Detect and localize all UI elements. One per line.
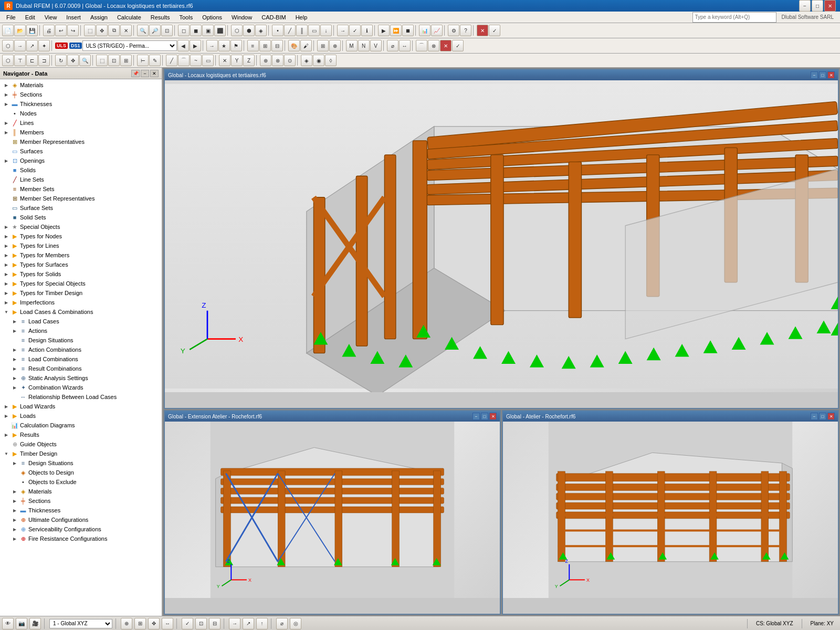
tree-item-load-combinations[interactable]: ▶≡Load Combinations xyxy=(0,354,162,364)
tree-toggle-openings[interactable]: ▶ xyxy=(2,156,10,165)
tb2-star[interactable]: ★ xyxy=(218,40,230,51)
tree-item-materials[interactable]: ▶◈Materials xyxy=(0,80,162,90)
vp-br-controls[interactable]: − □ ✕ xyxy=(811,413,835,420)
tree-item-thicknesses[interactable]: ▶▬Thicknesses xyxy=(0,99,162,109)
tb3-iso[interactable]: ⬡ xyxy=(2,55,14,66)
tree-item-td-design-situations[interactable]: ▶≡Design Situations xyxy=(0,458,162,468)
tb3-top[interactable]: ⊤ xyxy=(14,55,26,66)
tb-select[interactable]: ⬚ xyxy=(84,25,96,36)
tb-zoom-out[interactable]: 🔎 xyxy=(149,25,161,36)
tb2-arrow[interactable]: → xyxy=(206,40,218,51)
tb-accept[interactable]: ✓ xyxy=(489,25,500,36)
tree-toggle-types-surfaces[interactable]: ▶ xyxy=(2,260,10,269)
vp-bl-close[interactable]: ✕ xyxy=(489,413,497,420)
navigator-tree[interactable]: ▶◈Materials▶╪Sections▶▬Thicknesses •Node… xyxy=(0,79,162,616)
tb-move[interactable]: ✥ xyxy=(96,25,108,36)
tb-results2[interactable]: 📈 xyxy=(431,25,443,36)
tree-toggle-td-ultimate[interactable]: ▶ xyxy=(10,516,19,524)
tb2-m2[interactable]: N xyxy=(358,40,370,51)
tb2-scale1[interactable]: ≡ xyxy=(247,40,259,51)
tree-item-guide-objects[interactable]: ⊕Guide Objects xyxy=(0,439,162,449)
menu-cad-bim[interactable]: CAD-BIM xyxy=(257,13,290,22)
tb-render4[interactable]: ⬛ xyxy=(214,25,226,36)
tb-fit[interactable]: ⊡ xyxy=(161,25,173,36)
tree-item-static-analysis[interactable]: ▶⊕Static Analysis Settings xyxy=(0,373,162,383)
status-btn1[interactable]: ⊕ xyxy=(121,618,132,629)
tb-render2[interactable]: ◼ xyxy=(190,25,202,36)
tree-item-timber-design[interactable]: ▼▶Timber Design xyxy=(0,449,162,458)
tb3-snap1[interactable]: ⊕ xyxy=(260,55,271,66)
tree-toggle-types-members[interactable]: ▶ xyxy=(2,251,10,259)
tree-item-types-members[interactable]: ▶▶Types for Members xyxy=(0,250,162,260)
window-maximize-btn[interactable]: □ xyxy=(812,0,823,12)
status-camera[interactable]: 📷 xyxy=(16,618,27,629)
status-btn11[interactable]: ⌀ xyxy=(276,618,288,629)
tree-item-member-rep[interactable]: ⊞Member Representatives xyxy=(0,137,162,146)
tb3-select3[interactable]: ⊞ xyxy=(120,55,132,66)
tb3-y[interactable]: Y xyxy=(231,55,243,66)
tb2-btn2[interactable]: → xyxy=(14,40,26,51)
tb3-extra3[interactable]: ◊ xyxy=(325,55,337,66)
tree-item-actions[interactable]: ▶≡Actions xyxy=(0,326,162,335)
tb3-zoom[interactable]: 🔍 xyxy=(79,55,91,66)
menu-help[interactable]: Help xyxy=(291,13,312,22)
tree-toggle-types-nodes[interactable]: ▶ xyxy=(2,232,10,240)
tree-item-td-thicknesses[interactable]: ▶▬Thicknesses xyxy=(0,506,162,515)
tb3-rect[interactable]: ▭ xyxy=(202,55,214,66)
tree-toggle-types-solids[interactable]: ▶ xyxy=(2,270,10,278)
nav-pin-btn[interactable]: 📌 xyxy=(131,70,140,77)
tb-load[interactable]: ↓ xyxy=(320,25,332,36)
tree-toggle-types-timber[interactable]: ▶ xyxy=(2,289,10,297)
tb-results1[interactable]: 📊 xyxy=(419,25,430,36)
load-case-combo[interactable]: ULS (STR/GEO) - Perma... xyxy=(82,40,177,51)
tree-item-lines[interactable]: ▶╱Lines xyxy=(0,118,162,128)
menu-insert[interactable]: Insert xyxy=(62,13,85,22)
tree-item-line-sets[interactable]: ╱Line Sets xyxy=(0,175,162,184)
tree-item-solids[interactable]: ■Solids xyxy=(0,165,162,175)
coord-system-select[interactable]: 1 - Global XYZ xyxy=(49,619,112,628)
tree-toggle-load-cases[interactable]: ▶ xyxy=(10,317,19,326)
tree-toggle-actions[interactable]: ▶ xyxy=(10,327,19,335)
tree-toggle-types-special[interactable]: ▶ xyxy=(2,279,10,288)
window-close-btn[interactable]: ✕ xyxy=(824,0,836,12)
vp-br-maximize[interactable]: □ xyxy=(819,413,826,420)
menu-results[interactable]: Results xyxy=(146,13,174,22)
tb-calc2[interactable]: ⏩ xyxy=(390,25,402,36)
tree-toggle-imperfections[interactable]: ▶ xyxy=(2,298,10,307)
tb-undo[interactable]: ↩ xyxy=(55,25,67,36)
status-btn2[interactable]: ⊞ xyxy=(134,618,146,629)
tree-item-td-objects-exclude[interactable]: •Objects to Exclude xyxy=(0,477,162,487)
tb2-btn4[interactable]: ✦ xyxy=(38,40,50,51)
tb2-color2[interactable]: 🖌 xyxy=(300,40,312,51)
tb2-accept2[interactable]: ✓ xyxy=(452,40,464,51)
tb-copy[interactable]: ⧉ xyxy=(108,25,120,36)
tree-toggle-timber-design[interactable]: ▼ xyxy=(2,449,10,458)
tb3-extra2[interactable]: ◉ xyxy=(313,55,324,66)
tree-item-result-combinations[interactable]: ▶≡Result Combinations xyxy=(0,364,162,373)
tree-toggle-combination-wizards[interactable]: ▶ xyxy=(10,383,19,392)
tree-toggle-lines[interactable]: ▶ xyxy=(2,119,10,127)
tb2-btn1[interactable]: ⬡ xyxy=(2,40,14,51)
menu-tools[interactable]: Tools xyxy=(175,13,197,22)
tb3-snap3[interactable]: ⊙ xyxy=(284,55,296,66)
tb-member[interactable]: ║ xyxy=(296,25,308,36)
tb-info[interactable]: ℹ xyxy=(361,25,373,36)
tb3-x[interactable]: ✕ xyxy=(219,55,230,66)
status-video[interactable]: 🎥 xyxy=(29,618,41,629)
tb2-flag[interactable]: ⚑ xyxy=(230,40,242,51)
tree-item-design-situations[interactable]: ≡Design Situations xyxy=(0,335,162,345)
tb-delete[interactable]: ✕ xyxy=(120,25,132,36)
tb2-stress[interactable]: ⊗ xyxy=(428,40,439,51)
menu-options[interactable]: Options xyxy=(198,13,226,22)
tree-item-relationship-load[interactable]: ↔Relationship Between Load Cases xyxy=(0,392,162,402)
menu-assign[interactable]: Assign xyxy=(86,13,112,22)
tree-item-solid-sets[interactable]: ■Solid Sets xyxy=(0,213,162,222)
window-minimize-btn[interactable]: − xyxy=(799,0,811,12)
tree-toggle-td-thicknesses[interactable]: ▶ xyxy=(10,506,19,514)
tb-node[interactable]: • xyxy=(272,25,284,36)
tb3-rotate[interactable]: ↻ xyxy=(55,55,67,66)
status-btn5[interactable]: ✓ xyxy=(182,618,193,629)
tree-item-td-ultimate[interactable]: ▶⊕Ultimate Configurations xyxy=(0,515,162,524)
tree-toggle-td-serviceability[interactable]: ▶ xyxy=(10,525,19,533)
tree-item-openings[interactable]: ▶⊡Openings xyxy=(0,156,162,165)
